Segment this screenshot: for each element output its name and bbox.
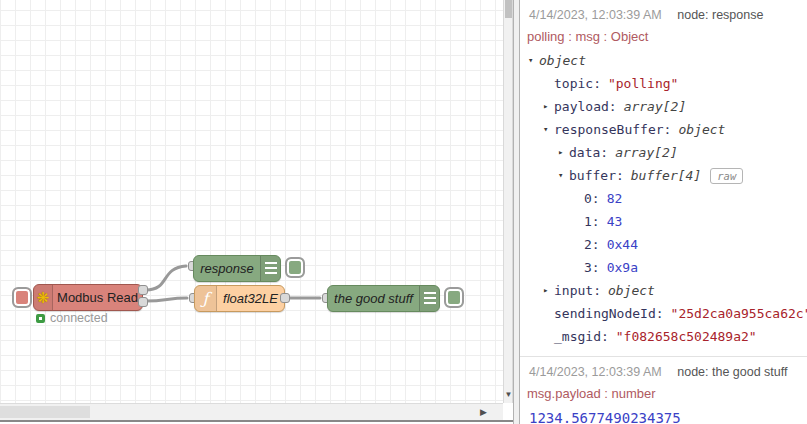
debug-source-node: node: response <box>677 8 763 22</box>
tree-row: 2: 0x44 <box>520 233 807 256</box>
debug-msg-value: 1234.5677490234375 <box>520 404 807 424</box>
debug-message-header: 4/14/2023, 12:03:39 AM node: response <box>520 5 807 26</box>
modbus-status: connected <box>36 311 108 325</box>
response-node-label: response <box>194 261 260 276</box>
sidebar-splitter[interactable] <box>513 0 520 424</box>
debug-timestamp: 4/14/2023, 12:03:39 AM <box>529 365 662 379</box>
modbus-icon: ❋ <box>34 285 53 310</box>
tree-row: sendingNodeId: "25d2ca0a955ca62c" <box>520 302 807 325</box>
status-text: connected <box>50 311 108 325</box>
modbus-node-button[interactable] <box>12 287 32 308</box>
tree-row[interactable]: ▸ data: array[2] <box>520 141 807 164</box>
node-response[interactable]: response <box>193 255 281 282</box>
tree-row[interactable]: ▾ object <box>520 49 807 72</box>
tree-row: topic: "polling" <box>520 72 807 95</box>
expand-icon[interactable]: ▸ <box>543 95 554 118</box>
wire-modbus-to-function <box>146 298 187 301</box>
scroll-down-icon[interactable]: ▼ <box>504 390 513 399</box>
flow-canvas[interactable]: ❋ Modbus Read connected response ƒ float… <box>0 0 503 403</box>
tree-row: 0: 82 <box>520 187 807 210</box>
tree-row[interactable]: ▸ payload: array[2] <box>520 95 807 118</box>
vertical-scrollbar-thumb[interactable] <box>505 0 512 18</box>
expand-icon[interactable]: ▸ <box>543 279 554 302</box>
debug-source-node: node: the good stuff <box>677 365 787 379</box>
debug-object-tree: ▾ object topic: "polling" ▸ payload: arr… <box>520 47 807 356</box>
debug-timestamp: 4/14/2023, 12:03:39 AM <box>529 8 662 22</box>
scroll-right-icon[interactable]: ▶ <box>480 407 491 417</box>
canvas-bottom-border <box>0 420 520 422</box>
function-node-label: float32LE <box>217 291 284 306</box>
function-output-port[interactable] <box>280 293 290 303</box>
function-icon: ƒ <box>195 286 217 311</box>
response-debug-toggle-button[interactable] <box>285 257 305 278</box>
tree-row: _msgid: "f082658c502489a2" <box>520 325 807 348</box>
wires <box>0 0 503 403</box>
raw-button[interactable]: raw <box>710 168 743 184</box>
debug-lines-icon <box>419 286 439 311</box>
tree-row: 3: 0x9a <box>520 256 807 279</box>
status-connected-icon <box>36 314 45 323</box>
debug-message[interactable]: 4/14/2023, 12:03:39 AM node: response po… <box>520 0 807 356</box>
expand-icon[interactable]: ▾ <box>543 118 554 141</box>
expand-icon[interactable]: ▾ <box>558 164 569 187</box>
canvas-vertical-scrollbar[interactable]: ▼ <box>503 0 513 403</box>
expand-icon[interactable]: ▸ <box>558 141 569 164</box>
expand-icon[interactable]: ▾ <box>528 49 539 72</box>
node-the-good-stuff[interactable]: the good stuff <box>327 285 440 312</box>
tree-row[interactable]: ▸ input: object <box>520 279 807 302</box>
horizontal-scrollbar-thumb[interactable] <box>0 406 90 418</box>
node-modbus-read[interactable]: ❋ Modbus Read <box>33 284 143 311</box>
debug-lines-icon <box>260 256 280 281</box>
goodstuff-node-label: the good stuff <box>328 291 419 306</box>
canvas-horizontal-scrollbar[interactable]: ▶ <box>0 403 503 420</box>
debug-msg-path: polling : msg : Object <box>520 26 807 47</box>
debug-sidebar[interactable]: 4/14/2023, 12:03:39 AM node: response po… <box>520 0 807 424</box>
debug-msg-path: msg.payload : number <box>520 383 807 404</box>
debug-message-header: 4/14/2023, 12:03:39 AM node: the good st… <box>520 362 807 383</box>
debug-message[interactable]: 4/14/2023, 12:03:39 AM node: the good st… <box>520 357 807 424</box>
tree-row: 1: 43 <box>520 210 807 233</box>
modbus-node-label: Modbus Read <box>53 290 142 305</box>
tree-row[interactable]: ▾ buffer: buffer[4] raw <box>520 164 807 187</box>
tree-row[interactable]: ▾ responseBuffer: object <box>520 118 807 141</box>
wire-modbus-to-response <box>146 266 186 290</box>
modbus-output-port-2[interactable] <box>138 297 148 307</box>
node-float32le[interactable]: ƒ float32LE <box>194 285 285 312</box>
modbus-output-port-1[interactable] <box>138 285 148 295</box>
goodstuff-debug-toggle-button[interactable] <box>444 287 464 308</box>
